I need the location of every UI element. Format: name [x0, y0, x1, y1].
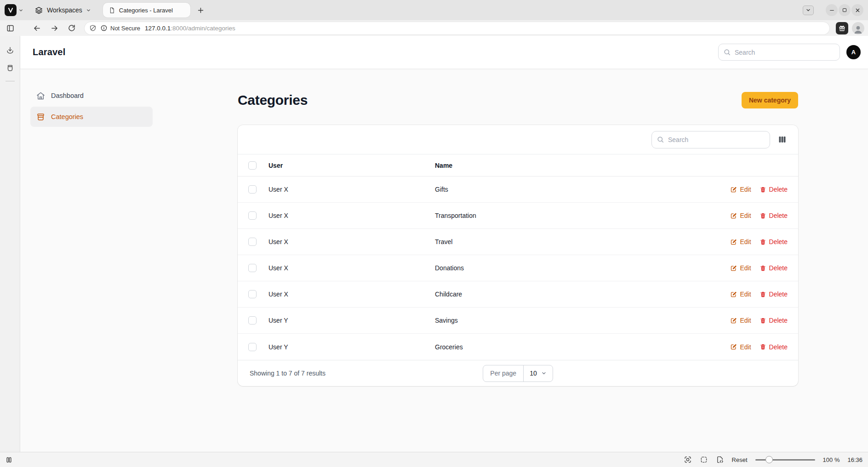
- browser-window: Workspaces Categories - Laravel: [0, 0, 868, 467]
- url-host: 127.0.0.1: [145, 25, 171, 32]
- toggle-columns-button[interactable]: [777, 135, 787, 144]
- table-row[interactable]: User X Transportation Edit D: [238, 203, 798, 229]
- row-checkbox[interactable]: [248, 211, 257, 220]
- profile-button[interactable]: [852, 22, 864, 34]
- page-title-row: Categories New category: [238, 92, 798, 108]
- delete-button[interactable]: Delete: [760, 264, 788, 272]
- panel-toggle-button[interactable]: [4, 22, 17, 34]
- extension-button[interactable]: [836, 22, 848, 34]
- delete-button[interactable]: Delete: [760, 186, 788, 193]
- row-checkbox[interactable]: [248, 238, 257, 246]
- reload-button[interactable]: [65, 22, 78, 34]
- url-text: 127.0.0.1:8000/admin/categories: [145, 25, 235, 32]
- table-row[interactable]: User Y Groceries Edit Delete: [238, 334, 798, 360]
- table-row[interactable]: User X Travel Edit Delete: [238, 229, 798, 255]
- cell-name: Transportation: [435, 212, 707, 219]
- sidebar-item-dashboard[interactable]: Dashboard: [30, 85, 153, 106]
- forward-button[interactable]: [48, 22, 61, 34]
- edit-button[interactable]: Edit: [730, 264, 751, 272]
- shield-slash-icon[interactable]: [89, 24, 97, 32]
- table-search-input[interactable]: [668, 136, 765, 143]
- delete-button[interactable]: Delete: [760, 238, 788, 245]
- info-icon[interactable]: [100, 24, 108, 32]
- row-checkbox[interactable]: [248, 316, 257, 325]
- sidebar-item-categories[interactable]: Categories: [30, 107, 153, 127]
- archive-box-icon: [36, 112, 46, 122]
- chevron-down-icon: [86, 8, 91, 13]
- tab-dropdown-button[interactable]: [803, 6, 814, 15]
- downloads-icon: [6, 46, 15, 55]
- cell-name: Childcare: [435, 290, 707, 298]
- edit-icon: [730, 212, 737, 219]
- capture-icon: [684, 456, 692, 464]
- table-row[interactable]: User X Donations Edit Delete: [238, 255, 798, 281]
- per-page-select[interactable]: 10: [524, 365, 553, 382]
- maximize-button[interactable]: [839, 4, 851, 16]
- column-header-user[interactable]: User: [268, 162, 435, 169]
- table-row[interactable]: User X Childcare Edit Delete: [238, 281, 798, 308]
- back-button[interactable]: [30, 22, 43, 34]
- row-checkbox[interactable]: [248, 185, 257, 194]
- delete-button[interactable]: Delete: [760, 290, 788, 298]
- workspaces-button[interactable]: Workspaces: [34, 6, 91, 15]
- edit-button[interactable]: Edit: [730, 290, 751, 298]
- row-checkbox[interactable]: [248, 264, 257, 272]
- edit-button[interactable]: Edit: [730, 212, 751, 219]
- user-avatar[interactable]: A: [846, 45, 861, 59]
- nav-buttons: [30, 22, 78, 34]
- delete-icon: [760, 265, 766, 272]
- downloads-panel-button[interactable]: [6, 46, 15, 55]
- table-row[interactable]: User Y Savings Edit Delete: [238, 308, 798, 334]
- edit-button[interactable]: Edit: [730, 186, 751, 193]
- edit-icon: [730, 265, 737, 272]
- jar-panel-button[interactable]: [6, 63, 15, 73]
- row-actions: Edit Delete: [707, 238, 788, 245]
- zoom-slider[interactable]: [755, 456, 815, 463]
- delete-button[interactable]: Delete: [760, 343, 788, 351]
- edit-button[interactable]: Edit: [730, 238, 751, 245]
- browser-tab-active[interactable]: Categories - Laravel: [103, 3, 190, 17]
- table-search[interactable]: [651, 131, 770, 148]
- select-all-checkbox[interactable]: [248, 161, 257, 170]
- split-panels-button[interactable]: [6, 456, 12, 463]
- delete-icon: [760, 291, 766, 298]
- page-title: Categories: [238, 92, 308, 108]
- minimize-button[interactable]: [826, 4, 838, 16]
- row-checkbox[interactable]: [248, 290, 257, 298]
- url-path: :8000/admin/categories: [171, 25, 235, 32]
- table-row[interactable]: User X Gifts Edit Delete: [238, 177, 798, 203]
- row-checkbox[interactable]: [248, 343, 257, 351]
- search-icon: [657, 136, 664, 143]
- chevron-down-icon[interactable]: [18, 8, 23, 13]
- app-body: Dashboard Categories Categories New cate…: [20, 69, 868, 452]
- new-tab-button[interactable]: [197, 6, 205, 14]
- zoom-reset-label[interactable]: Reset: [732, 456, 748, 463]
- selection-button[interactable]: [700, 456, 708, 464]
- status-right-cluster: Reset 100 % 16:36: [684, 456, 862, 464]
- delete-button[interactable]: Delete: [760, 212, 788, 219]
- profile-icon: [853, 24, 863, 34]
- row-actions: Edit Delete: [707, 343, 788, 351]
- table-header-row: User Name: [238, 154, 798, 177]
- page-actions-button[interactable]: [716, 456, 724, 464]
- capture-button[interactable]: [684, 456, 692, 464]
- tab-title: Categories - Laravel: [119, 7, 173, 14]
- sidebar-item-label: Categories: [51, 113, 83, 120]
- delete-icon: [760, 186, 766, 193]
- new-category-button[interactable]: New category: [742, 92, 798, 108]
- vivaldi-menu-button[interactable]: [5, 4, 17, 16]
- global-search-input[interactable]: [735, 49, 835, 56]
- close-button[interactable]: [851, 4, 863, 16]
- delete-button[interactable]: Delete: [760, 317, 788, 324]
- zoom-slider-knob[interactable]: [765, 456, 773, 463]
- page-actions-icon: [716, 456, 724, 464]
- global-search[interactable]: [718, 44, 840, 61]
- edit-button[interactable]: Edit: [730, 343, 751, 351]
- edit-button[interactable]: Edit: [730, 317, 751, 324]
- url-field[interactable]: Not Secure 127.0.0.1:8000/admin/categori…: [85, 22, 829, 34]
- cell-user: User Y: [268, 343, 435, 351]
- zoom-slider-track[interactable]: [755, 459, 815, 461]
- column-header-name[interactable]: Name: [435, 162, 707, 169]
- home-icon: [36, 91, 46, 101]
- columns-icon: [777, 135, 787, 144]
